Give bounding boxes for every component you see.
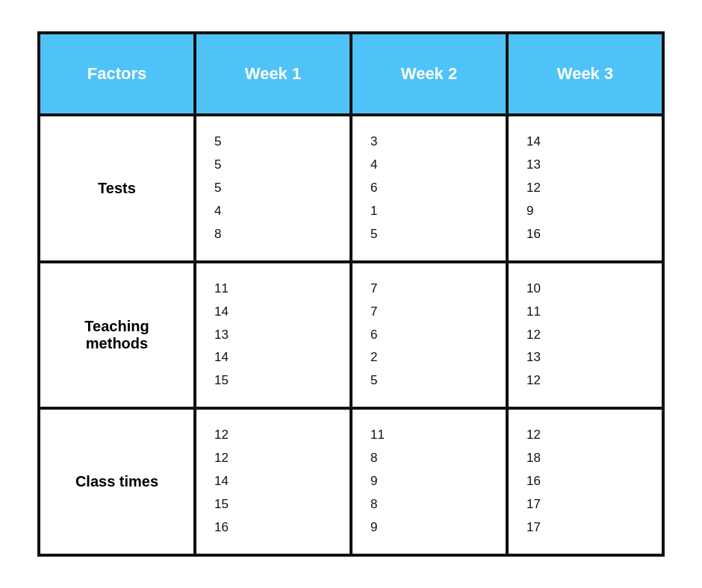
teaching-week1-values: 11 14 13 14 15: [214, 278, 229, 392]
header-week2-label: Week 2: [401, 64, 457, 84]
header-factors: Factors: [39, 33, 195, 115]
header-week1-label: Week 1: [245, 64, 301, 84]
tests-week3: 14 13 12 9 16: [507, 115, 663, 261]
header-week3-label: Week 3: [557, 64, 613, 84]
factor-class-times-label: Class times: [75, 473, 158, 490]
teaching-week3-values: 10 11 12 13 12: [526, 278, 541, 392]
header-week1: Week 1: [195, 33, 351, 115]
classtimes-week2-values: 11 8 9 8 9: [370, 425, 385, 538]
classtimes-week1-values: 12 12 14 15 16: [214, 425, 229, 538]
classtimes-week3-values: 12 18 16 17 17: [526, 425, 541, 538]
header-week3: Week 3: [507, 33, 663, 115]
tests-week1-values: 5 5 5 4 8: [214, 131, 221, 245]
teaching-week2-values: 7 7 6 2 5: [370, 278, 377, 392]
factor-class-times: Class times: [39, 408, 195, 554]
factor-tests: Tests: [39, 115, 195, 261]
header-factors-label: Factors: [87, 64, 146, 84]
teaching-week2: 7 7 6 2 5: [351, 262, 507, 408]
teaching-week3: 10 11 12 13 12: [507, 262, 663, 408]
table-grid: Factors Week 1 Week 2 Week 3 Tests 5 5 5…: [39, 33, 663, 554]
factor-tests-label: Tests: [98, 180, 136, 197]
classtimes-week2: 11 8 9 8 9: [351, 408, 507, 554]
factor-teaching-methods-label: Teaching methods: [84, 318, 149, 352]
factor-teaching-methods: Teaching methods: [39, 262, 195, 408]
header-week2: Week 2: [351, 33, 507, 115]
classtimes-week3: 12 18 16 17 17: [507, 408, 663, 554]
classtimes-week1: 12 12 14 15 16: [195, 408, 351, 554]
tests-week3-values: 14 13 12 9 16: [526, 131, 541, 245]
tests-week2-values: 3 4 6 1 5: [370, 131, 377, 245]
tests-week1: 5 5 5 4 8: [195, 115, 351, 261]
data-table: Factors Week 1 Week 2 Week 3 Tests 5 5 5…: [37, 31, 665, 556]
tests-week2: 3 4 6 1 5: [351, 115, 507, 261]
teaching-week1: 11 14 13 14 15: [195, 262, 351, 408]
